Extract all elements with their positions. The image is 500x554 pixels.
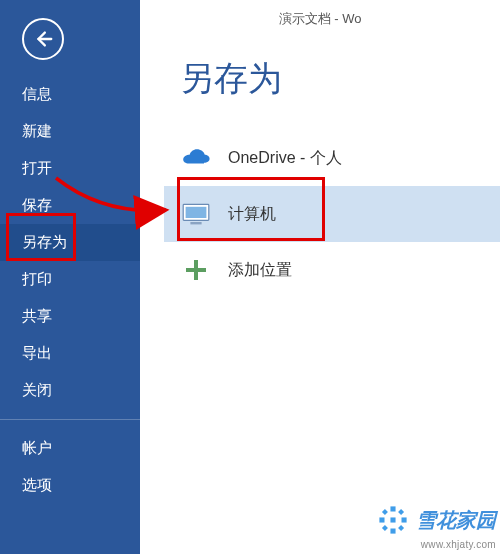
svg-rect-7: [390, 506, 395, 511]
nav-label: 共享: [22, 307, 52, 324]
option-add-place[interactable]: 添加位置: [164, 242, 500, 298]
svg-rect-13: [382, 525, 388, 531]
main-pane: 演示文档 - Wo 另存为 OneDrive - 个人: [140, 0, 500, 554]
svg-rect-2: [186, 207, 207, 218]
nav-label: 保存: [22, 196, 52, 213]
nav-item-close[interactable]: 关闭: [0, 372, 140, 409]
nav-label: 另存为: [22, 233, 67, 250]
watermark-url: www.xhjaty.com: [376, 539, 496, 550]
back-arrow-icon: [32, 28, 54, 50]
cloud-icon: [178, 144, 214, 172]
plus-icon: [178, 256, 214, 284]
svg-rect-3: [190, 222, 201, 224]
backstage-sidebar: 信息 新建 打开 保存 另存为 打印 共享 导出 关闭 帐户 选项: [0, 0, 140, 554]
svg-rect-9: [379, 517, 384, 522]
nav-item-options[interactable]: 选项: [0, 467, 140, 504]
nav-label: 新建: [22, 122, 52, 139]
snowflake-logo-icon: [376, 503, 410, 537]
nav-list: 信息 新建 打开 保存 另存为 打印 共享 导出 关闭 帐户 选项: [0, 76, 140, 504]
back-button[interactable]: [22, 18, 64, 60]
nav-label: 信息: [22, 85, 52, 102]
nav-item-export[interactable]: 导出: [0, 335, 140, 372]
option-computer[interactable]: 计算机: [164, 186, 500, 242]
nav-item-saveas[interactable]: 另存为: [0, 224, 140, 261]
watermark-brand: 雪花家园: [416, 507, 496, 534]
computer-icon: [178, 200, 214, 228]
nav-item-open[interactable]: 打开: [0, 150, 140, 187]
nav-label: 打印: [22, 270, 52, 287]
nav-item-new[interactable]: 新建: [0, 113, 140, 150]
svg-rect-5: [186, 268, 206, 272]
nav-item-save[interactable]: 保存: [0, 187, 140, 224]
nav-label: 帐户: [22, 439, 52, 456]
option-label: 添加位置: [228, 260, 490, 281]
page-title: 另存为: [180, 56, 500, 102]
svg-rect-8: [390, 529, 395, 534]
svg-rect-6: [390, 517, 395, 522]
svg-rect-11: [382, 509, 388, 515]
svg-rect-12: [398, 509, 404, 515]
nav-separator: [0, 419, 140, 420]
nav-label: 打开: [22, 159, 52, 176]
option-label: 计算机: [228, 204, 490, 225]
nav-label: 选项: [22, 476, 52, 493]
saveas-option-list: OneDrive - 个人 计算机: [164, 130, 500, 298]
option-label: OneDrive - 个人: [228, 148, 490, 169]
nav-item-share[interactable]: 共享: [0, 298, 140, 335]
nav-label: 关闭: [22, 381, 52, 398]
nav-item-account[interactable]: 帐户: [0, 430, 140, 467]
nav-item-info[interactable]: 信息: [0, 76, 140, 113]
option-onedrive[interactable]: OneDrive - 个人: [164, 130, 500, 186]
svg-rect-14: [398, 525, 404, 531]
watermark: 雪花家园 www.xhjaty.com: [376, 503, 496, 550]
window-title: 演示文档 - Wo: [140, 6, 500, 38]
svg-rect-10: [402, 517, 407, 522]
nav-label: 导出: [22, 344, 52, 361]
nav-item-print[interactable]: 打印: [0, 261, 140, 298]
